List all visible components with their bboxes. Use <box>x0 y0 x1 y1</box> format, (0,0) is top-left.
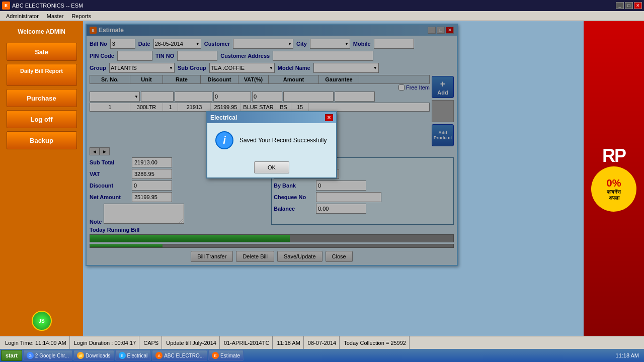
welcome-label: Welcome ADMIN <box>16 26 67 37</box>
app-icon: E <box>2 2 10 10</box>
sidebar-item-backup[interactable]: Backup <box>7 131 77 149</box>
rpp-advertisement: RP 0% फायनेंस अपला <box>584 21 644 336</box>
maximize-btn[interactable]: □ <box>625 2 633 9</box>
menu-master[interactable]: Master <box>43 13 68 19</box>
rpp-text: RP <box>602 145 625 166</box>
modal-message: Saved Your Record Successfully <box>239 137 327 144</box>
status-date: 08-07-2014 <box>305 336 340 349</box>
caps-indicator: CAPS <box>140 336 162 349</box>
sidebar-item-daily-bill-report[interactable]: Daily Bill Report <box>7 64 77 86</box>
abc-icon: A <box>155 352 163 359</box>
close-btn[interactable]: ✕ <box>634 2 642 9</box>
taskbar: start G 2 Google Chr... 📁 Downloads E El… <box>0 349 644 362</box>
avatar: JS <box>32 311 52 331</box>
period: 01-APRIL-2014TC <box>221 336 273 349</box>
modal-title-bar: Electrical ✕ <box>207 112 336 123</box>
login-time: Login Time: 11:14:09 AM <box>2 336 70 349</box>
update-till: Update till July-2014 <box>163 336 220 349</box>
taskbar-estimate[interactable]: E Estimate <box>208 350 244 361</box>
title-bar-buttons: _ □ ✕ <box>616 2 642 9</box>
start-button[interactable]: start <box>1 350 22 361</box>
modal-title: Electrical <box>210 114 237 121</box>
menu-reports[interactable]: Reports <box>67 13 95 19</box>
app-title: ABC ELECTRONICS -- ESM <box>12 3 83 9</box>
modal-ok-button[interactable]: OK <box>254 161 289 173</box>
modal-info-icon: i <box>215 131 233 149</box>
status-bar: Login Time: 11:14:09 AM Login Duration :… <box>0 336 644 349</box>
sidebar-item-purchase[interactable]: Purchase <box>7 89 77 107</box>
taskbar-downloads[interactable]: 📁 Downloads <box>73 350 114 361</box>
rpp-circle: 0% फायनेंस अपला <box>591 166 636 212</box>
estimate-window: E Estimate _ □ ✕ Bill No Date 26-05-2014 <box>86 24 458 266</box>
right-content: E Estimate _ □ ✕ Bill No Date 26-05-2014 <box>83 21 644 336</box>
modal-body: i Saved Your Record Successfully <box>207 123 336 157</box>
login-duration: Login Duration : 00:04:17 <box>71 336 140 349</box>
main-area: Welcome ADMIN Sale Daily Bill Report Pur… <box>0 21 644 336</box>
modal-footer: OK <box>207 157 336 177</box>
modal-close-button[interactable]: ✕ <box>325 114 333 121</box>
taskbar-time: 11:18 AM <box>612 352 643 358</box>
modal-overlay: Electrical ✕ i Saved Your Record Success… <box>87 25 457 265</box>
sidebar: Welcome ADMIN Sale Daily Bill Report Pur… <box>0 21 83 336</box>
status-time: 11:18 AM <box>274 336 303 349</box>
minimize-btn[interactable]: _ <box>616 2 624 9</box>
taskbar-chrome[interactable]: G 2 Google Chr... <box>23 350 72 361</box>
electrical-icon: E <box>119 352 126 359</box>
chrome-icon: G <box>27 352 34 359</box>
taskbar-abc-electro[interactable]: A ABC ELECTRO... <box>152 350 207 361</box>
sidebar-item-sale[interactable]: Sale <box>7 43 77 61</box>
taskbar-electrical[interactable]: E Electrical <box>115 350 151 361</box>
sidebar-item-logoff[interactable]: Log off <box>7 110 77 128</box>
app-title-bar: E ABC ELECTRONICS -- ESM _ □ ✕ <box>0 0 644 11</box>
estimate-taskbar-icon: E <box>212 352 219 359</box>
today-collection: Today Collection = 25992 <box>341 336 410 349</box>
menu-bar: Administrator Master Reports <box>0 11 644 21</box>
menu-administrator[interactable]: Administrator <box>2 13 43 19</box>
downloads-icon: 📁 <box>77 352 84 359</box>
modal-dialog: Electrical ✕ i Saved Your Record Success… <box>206 111 337 178</box>
